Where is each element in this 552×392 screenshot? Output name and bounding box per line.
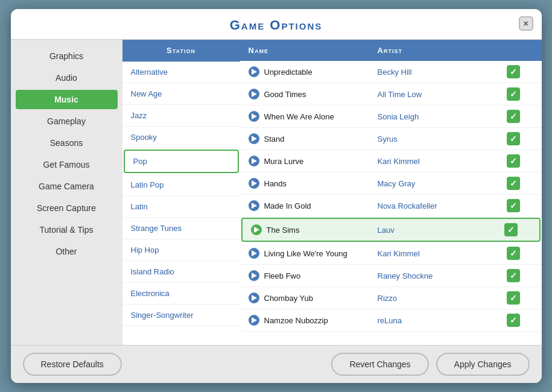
play-icon[interactable] bbox=[249, 178, 259, 189]
song-row[interactable]: UnpredictableBecky Hill bbox=[240, 61, 542, 83]
song-checkbox[interactable] bbox=[507, 132, 520, 145]
song-row[interactable]: Living Like We're YoungKari Kimmel bbox=[240, 242, 542, 265]
song-name-text: Namzoe Nubozzip bbox=[264, 316, 328, 325]
revert-changes-button[interactable]: Revert Changes bbox=[331, 353, 428, 376]
play-icon[interactable] bbox=[249, 133, 259, 144]
song-checkbox[interactable] bbox=[507, 199, 520, 212]
song-checkbox[interactable] bbox=[507, 87, 520, 101]
song-artist-cell: Nova Rockafeller bbox=[378, 201, 507, 210]
station-item-spooky[interactable]: Spooky bbox=[122, 127, 240, 148]
nav-item-tutorial-tips[interactable]: Tutorial & Tips bbox=[16, 220, 118, 239]
song-checkbox[interactable] bbox=[504, 223, 518, 236]
song-artist-cell: Kari Kimmel bbox=[378, 157, 507, 166]
song-checkbox[interactable] bbox=[507, 247, 520, 260]
song-name-cell: Chombay Yub bbox=[249, 292, 378, 303]
play-icon[interactable] bbox=[249, 248, 259, 259]
dialog-title: Game Options bbox=[230, 17, 323, 33]
song-name-cell: Mura Lurve bbox=[249, 156, 378, 166]
nav-item-screen-capture[interactable]: Screen Capture bbox=[16, 198, 118, 218]
song-row[interactable]: Made In GoldNova Rockafeller bbox=[240, 195, 542, 217]
song-name-header: Name bbox=[249, 46, 378, 55]
song-name-cell: Unpredictable bbox=[249, 66, 378, 77]
song-row[interactable]: Good TimesAll Time Low bbox=[240, 83, 542, 106]
station-list: AlternativeNew AgeJazzSpookyPopLatin Pop… bbox=[122, 62, 240, 345]
song-row[interactable]: When We Are AloneSonia Leigh bbox=[240, 106, 542, 128]
song-checkbox[interactable] bbox=[507, 269, 520, 282]
song-name-cell: Namzoe Nubozzip bbox=[249, 315, 378, 326]
song-list-header: Name Artist bbox=[240, 40, 542, 61]
song-row[interactable]: StandSyrus bbox=[240, 128, 542, 150]
song-name-cell: The Sims bbox=[251, 224, 378, 235]
station-item-jazz[interactable]: Jazz bbox=[122, 105, 240, 127]
station-item-alternative[interactable]: Alternative bbox=[122, 62, 240, 83]
station-item-pop[interactable]: Pop bbox=[124, 150, 239, 173]
play-icon[interactable] bbox=[251, 224, 262, 235]
station-item-strange-tunes[interactable]: Strange Tunes bbox=[122, 218, 240, 239]
nav-item-music[interactable]: Music bbox=[16, 90, 118, 109]
play-icon[interactable] bbox=[249, 200, 259, 211]
song-artist-cell: Lauv bbox=[378, 226, 504, 235]
song-artist-cell: Kari Kimmel bbox=[378, 249, 507, 258]
play-icon[interactable] bbox=[249, 292, 259, 303]
song-row[interactable]: Fleeb FwoRaney Shockne bbox=[240, 265, 542, 287]
play-icon[interactable] bbox=[249, 111, 259, 122]
song-artist-cell: Syrus bbox=[378, 134, 507, 144]
song-name-text: Living Like We're Young bbox=[264, 249, 347, 258]
station-item-new-age[interactable]: New Age bbox=[122, 83, 240, 105]
song-artist-cell: All Time Low bbox=[378, 90, 507, 99]
song-name-text: Good Times bbox=[264, 90, 306, 99]
song-row[interactable]: Chombay YubRizzo bbox=[240, 287, 542, 309]
station-item-electronica[interactable]: Electronica bbox=[122, 283, 240, 305]
apply-changes-button[interactable]: Apply Changes bbox=[436, 353, 530, 376]
song-list: UnpredictableBecky HillGood TimesAll Tim… bbox=[240, 61, 542, 345]
song-checkbox[interactable] bbox=[507, 110, 520, 123]
play-icon[interactable] bbox=[249, 270, 259, 281]
song-name-text: The Sims bbox=[267, 226, 300, 235]
station-item-latin-pop[interactable]: Latin Pop bbox=[122, 174, 240, 196]
nav-item-gameplay[interactable]: Gameplay bbox=[16, 112, 118, 131]
game-options-dialog: Game Options × GraphicsAudioMusicGamepla… bbox=[11, 9, 542, 383]
nav-item-game-camera[interactable]: Game Camera bbox=[16, 177, 118, 196]
dialog-body: GraphicsAudioMusicGameplaySeasonsGet Fam… bbox=[11, 40, 542, 345]
play-icon[interactable] bbox=[249, 156, 259, 166]
play-icon[interactable] bbox=[249, 66, 259, 77]
song-artist-cell: Rizzo bbox=[378, 294, 507, 303]
left-nav: GraphicsAudioMusicGameplaySeasonsGet Fam… bbox=[11, 40, 122, 345]
station-item-hip-hop[interactable]: Hip Hop bbox=[122, 239, 240, 261]
nav-item-get-famous[interactable]: Get Famous bbox=[16, 155, 118, 174]
song-row[interactable]: The SimsLauv bbox=[241, 218, 541, 242]
song-checkbox[interactable] bbox=[507, 65, 520, 78]
close-button[interactable]: × bbox=[519, 16, 533, 31]
song-artist-header: Artist bbox=[378, 46, 507, 55]
nav-item-audio[interactable]: Audio bbox=[16, 68, 118, 87]
station-item-singer-songwriter[interactable]: Singer-Songwriter bbox=[122, 305, 240, 326]
song-checkbox[interactable] bbox=[507, 154, 520, 168]
dialog-footer: Restore Defaults Revert Changes Apply Ch… bbox=[11, 345, 542, 383]
song-row[interactable]: Mura LurveKari Kimmel bbox=[240, 150, 542, 172]
station-item-latin[interactable]: Latin bbox=[122, 196, 240, 218]
song-name-cell: Hands bbox=[249, 178, 378, 189]
play-icon[interactable] bbox=[249, 315, 259, 326]
station-item-island-radio[interactable]: Island Radio bbox=[122, 261, 240, 283]
song-checkbox[interactable] bbox=[507, 177, 520, 190]
song-name-cell: Stand bbox=[249, 133, 378, 144]
song-artist-cell: Sonia Leigh bbox=[378, 112, 507, 121]
song-name-cell: Living Like We're Young bbox=[249, 248, 378, 259]
song-checkbox[interactable] bbox=[507, 314, 520, 327]
play-icon[interactable] bbox=[249, 89, 259, 100]
nav-item-graphics[interactable]: Graphics bbox=[16, 46, 118, 66]
song-row[interactable]: Namzoe NubozzipreLuna bbox=[240, 309, 542, 332]
song-checkbox[interactable] bbox=[507, 291, 520, 305]
song-row[interactable]: HandsMacy Gray bbox=[240, 172, 542, 195]
song-name-text: Hands bbox=[264, 179, 287, 188]
song-panel: Name Artist UnpredictableBecky HillGood … bbox=[240, 40, 542, 345]
restore-defaults-button[interactable]: Restore Defaults bbox=[23, 353, 122, 376]
dialog-header: Game Options × bbox=[11, 9, 542, 40]
nav-item-other[interactable]: Other bbox=[16, 242, 118, 261]
song-artist-cell: reLuna bbox=[378, 316, 507, 325]
song-name-text: Unpredictable bbox=[264, 68, 312, 77]
song-name-cell: When We Are Alone bbox=[249, 111, 378, 122]
nav-item-seasons[interactable]: Seasons bbox=[16, 133, 118, 153]
song-artist-cell: Macy Gray bbox=[378, 179, 507, 188]
song-name-text: Mura Lurve bbox=[264, 157, 304, 166]
